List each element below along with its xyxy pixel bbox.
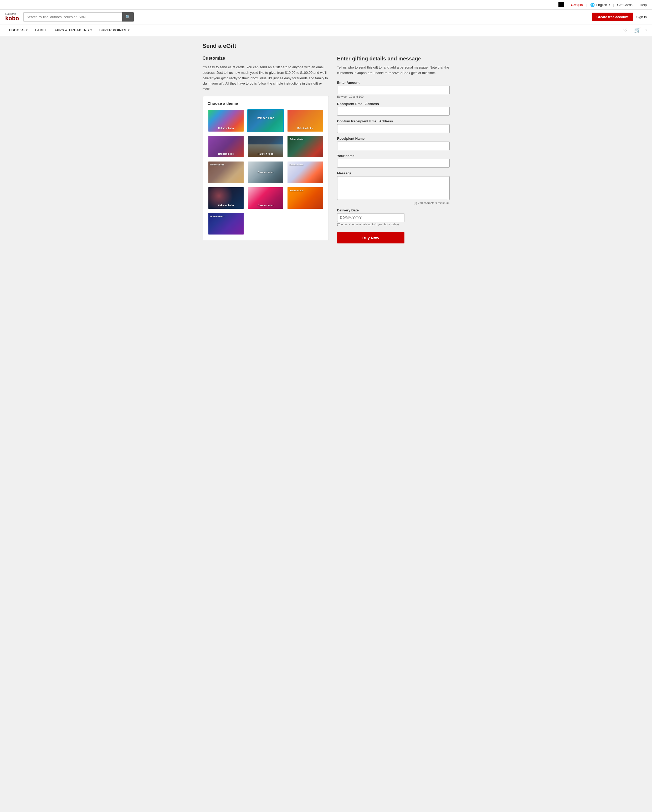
your-name-label: Your name: [337, 154, 450, 158]
theme-card-3[interactable]: Rakuten kobo: [287, 109, 324, 132]
card-logo: Rakuten kobo: [258, 153, 274, 155]
chevron-down-icon: ▾: [128, 29, 130, 32]
nav-bar: eBOOKS ▾ LABEL APPS & eREADERS ▾ SUPER P…: [0, 24, 652, 36]
left-column: Customize It's easy to send eGift cards.…: [203, 56, 329, 240]
theme-chooser: Choose a theme Rakuten kobo Rakuten kobo: [203, 96, 329, 240]
card-logo: Rakuten kobo: [258, 204, 274, 207]
header-main: Rakuten kobo 🔍 Create free account Sign …: [0, 10, 652, 24]
theme-card-5[interactable]: Rakuten kobo: [247, 135, 284, 158]
theme-card-13[interactable]: Rakuten kobo: [208, 212, 245, 235]
delivery-date-group: Delivery Date (You can choose a date up …: [337, 208, 450, 226]
logo-kobo: kobo: [5, 15, 19, 21]
search-input[interactable]: [23, 12, 122, 21]
card-logo: Rakuten kobo: [218, 127, 234, 130]
recipient-email-input[interactable]: [337, 107, 450, 116]
theme-card-6[interactable]: Rakuten kobo: [287, 135, 324, 158]
page-title: Send a eGift: [203, 43, 450, 49]
theme-card-7[interactable]: Rakuten kobo: [208, 161, 245, 184]
amount-input[interactable]: [337, 85, 450, 94]
create-account-button[interactable]: Create free account: [592, 12, 633, 21]
help-link[interactable]: Help: [640, 3, 647, 7]
nav-item-ebooks[interactable]: eBOOKS ▾: [5, 24, 31, 36]
language-label: English: [596, 3, 607, 7]
amount-hint: Between 10 and 100: [337, 95, 450, 98]
delivery-hint: (You can choose a date up to 1 year from…: [337, 223, 450, 226]
recipient-email-group: Receipient Email Address: [337, 102, 450, 116]
intro-text: It's easy to send eGift cards. You can s…: [203, 65, 329, 92]
gifting-description: Tell us who to send this gift to, and ad…: [337, 65, 450, 76]
theme-card-2[interactable]: Rakuten kobo: [247, 109, 284, 132]
card-logo: Rakuten kobo: [258, 171, 274, 174]
signin-link[interactable]: Sign in: [636, 15, 647, 19]
delivery-date-label: Delivery Date: [337, 208, 450, 212]
theme-card-9[interactable]: Rakuten kobo: [287, 161, 324, 184]
card-logo: Rakuten kobo: [211, 163, 224, 166]
language-selector[interactable]: 🌐 English ▾: [590, 3, 610, 7]
card-logo: Rakuten kobo: [289, 163, 303, 166]
recipient-email-label: Receipient Email Address: [337, 102, 450, 106]
theme-card-4[interactable]: Rakuten kobo: [208, 135, 245, 158]
cart-button[interactable]: 🛒: [632, 25, 643, 35]
nav-item-apps[interactable]: APPS & eREADERS ▾: [51, 24, 96, 36]
buy-now-button[interactable]: Buy Now: [337, 232, 405, 243]
theme-card-1[interactable]: Rakuten kobo: [208, 109, 245, 132]
recipient-name-label: Receipient Name: [337, 137, 450, 140]
amount-label: Enter Amount: [337, 81, 450, 85]
page-content: Send a eGift Customize It's easy to send…: [197, 36, 455, 250]
header-top-bar: | Get $10 | 🌐 English ▾ | Gift Cards | H…: [0, 0, 652, 10]
chevron-down-icon: ▾: [26, 29, 28, 32]
card-logo: Rakuten kobo: [289, 138, 303, 140]
confirm-email-input[interactable]: [337, 124, 450, 133]
chevron-down-icon: ▾: [90, 29, 92, 32]
get10-link[interactable]: Get $10: [571, 3, 583, 7]
nav-item-label[interactable]: LABEL: [31, 24, 51, 36]
two-column-layout: Customize It's easy to send eGift cards.…: [203, 56, 450, 243]
card-logo: Rakuten kobo: [289, 189, 303, 192]
customize-section-title: Customize: [203, 56, 329, 61]
theme-chooser-title: Choose a theme: [208, 101, 324, 105]
your-name-group: Your name: [337, 154, 450, 168]
your-name-input[interactable]: [337, 159, 450, 168]
message-textarea[interactable]: [337, 176, 450, 200]
card-logo: Rakuten kobo: [211, 215, 224, 217]
search-container: 🔍: [23, 12, 134, 21]
wishlist-button[interactable]: ♡: [621, 25, 630, 35]
right-column: Enter gifting details and message Tell u…: [337, 56, 450, 243]
chevron-down-icon: ▾: [646, 29, 647, 32]
message-group: Message (0) 270 characters minimum: [337, 171, 450, 205]
gifting-title: Enter gifting details and message: [337, 56, 450, 62]
search-button[interactable]: 🔍: [122, 12, 134, 21]
amount-group: Enter Amount Between 10 and 100: [337, 81, 450, 98]
recipient-name-input[interactable]: [337, 142, 450, 150]
theme-grid: Rakuten kobo Rakuten kobo Rakuten kobo: [208, 109, 324, 235]
nav-item-superpoints[interactable]: SUPER POINTS ▾: [96, 24, 133, 36]
confirm-email-group: Confirm Receipient Email Address: [337, 119, 450, 133]
theme-card-8[interactable]: Rakuten kobo: [247, 161, 284, 184]
gift-cards-link[interactable]: Gift Cards: [617, 3, 632, 7]
card-logo: Rakuten kobo: [297, 127, 313, 130]
delivery-date-input[interactable]: [337, 213, 405, 222]
card-logo: Rakuten kobo: [218, 153, 234, 155]
card-logo: Rakuten kobo: [218, 204, 234, 207]
black-square-icon: [559, 2, 564, 8]
confirm-email-label: Confirm Receipient Email Address: [337, 119, 450, 123]
recipient-name-group: Receipient Name: [337, 137, 450, 150]
logo[interactable]: Rakuten kobo: [5, 12, 19, 21]
theme-card-11[interactable]: Rakuten kobo: [247, 186, 284, 209]
header-actions: Create free account Sign in: [592, 12, 647, 21]
nav-icons: ♡ 🛒 ▾: [621, 25, 647, 35]
card-logo: Rakuten kobo: [257, 116, 274, 125]
globe-icon: 🌐: [590, 3, 595, 7]
theme-card-10[interactable]: Rakuten kobo: [208, 186, 245, 209]
chevron-down-icon: ▾: [609, 3, 610, 6]
message-hint: (0) 270 characters minimum: [337, 201, 450, 205]
theme-card-12[interactable]: Rakuten kobo: [287, 186, 324, 209]
message-label: Message: [337, 171, 450, 175]
